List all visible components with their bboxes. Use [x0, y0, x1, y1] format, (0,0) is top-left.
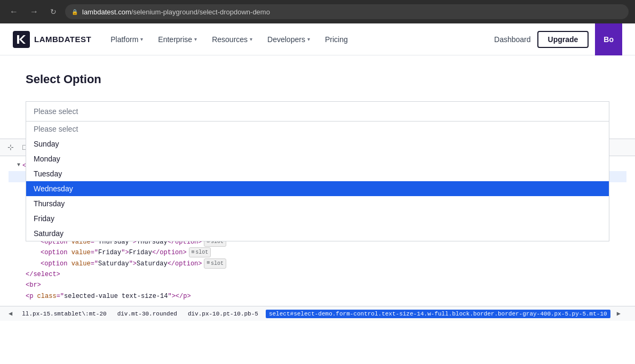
dropdown-option-thursday[interactable]: Thursday	[26, 196, 609, 211]
nav-enterprise[interactable]: Enterprise ▾	[152, 31, 203, 48]
address-text: lambdatest.com/selenium-playground/selec…	[82, 8, 270, 16]
main-content: Select Option Please select Please selec…	[0, 55, 635, 139]
browser-chrome: ← → ↻ 🔒 lambdatest.com/selenium-playgrou…	[0, 0, 635, 23]
slot-badge: ⊞ slot	[204, 258, 226, 269]
dashboard-link[interactable]: Dashboard	[494, 35, 531, 44]
status-breadcrumb-1[interactable]: ll.px-15.smtablet\:mt-20	[19, 310, 109, 318]
chevron-down-icon: ▾	[140, 36, 143, 42]
dropdown-option-wednesday[interactable]: Wednesday	[26, 181, 609, 196]
devtools-line-option-friday: <option value =" Friday " > Friday </opt…	[9, 247, 626, 258]
back-button[interactable]: ←	[6, 5, 21, 19]
devtools-line-p: <p class =" selected-value text-size-14 …	[9, 291, 626, 302]
devtools-line-option-saturday: <option value =" Saturday " > Saturday <…	[9, 258, 626, 269]
devtools-status-bar: ◀ ll.px-15.smtablet\:mt-20 div.mt-30.rou…	[0, 306, 635, 321]
navbar-menu: Platform ▾ Enterprise ▾ Resources ▾ Deve…	[104, 31, 494, 48]
reload-button[interactable]: ↻	[47, 5, 60, 18]
address-bar[interactable]: 🔒 lambdatest.com/selenium-playground/sel…	[65, 4, 629, 19]
dropdown-menu: Please select Sunday Monday Tuesday Wedn…	[26, 122, 609, 241]
select-wrapper: Please select Please select Sunday Monda…	[26, 101, 609, 122]
dropdown-option-monday[interactable]: Monday	[26, 151, 609, 166]
status-breadcrumb-2[interactable]: div.mt-30.rounded	[114, 310, 180, 318]
select-current-value: Please select	[34, 107, 78, 116]
slot-badge: ⊞ slot	[189, 247, 211, 257]
dropdown-option-placeholder[interactable]: Please select	[26, 122, 609, 136]
devtools-line-close-select: </select>	[9, 269, 626, 280]
dropdown-option-tuesday[interactable]: Tuesday	[26, 166, 609, 181]
book-button[interactable]: Bo	[595, 23, 622, 55]
status-nav-next[interactable]: ▶	[615, 309, 623, 319]
devtools-line-br: <br>	[9, 280, 626, 290]
status-breadcrumb-3[interactable]: div.px-10.pt-10.pb-5	[185, 310, 261, 318]
navbar-actions: Dashboard Upgrade Bo	[494, 23, 622, 55]
devtools-cursor-icon[interactable]: ⊹	[4, 141, 17, 154]
expand-div-icon[interactable]: ▼	[17, 160, 20, 169]
upgrade-button[interactable]: Upgrade	[537, 31, 589, 48]
select-display[interactable]: Please select	[26, 101, 609, 122]
logo-text: LAMBDATEST	[34, 35, 91, 44]
nav-platform[interactable]: Platform ▾	[104, 31, 149, 48]
chevron-down-icon: ▾	[307, 36, 310, 42]
nav-developers[interactable]: Developers ▾	[261, 31, 316, 48]
status-nav-prev[interactable]: ◀	[6, 309, 14, 319]
nav-pricing[interactable]: Pricing	[319, 31, 354, 48]
chevron-down-icon: ▾	[194, 36, 197, 42]
lock-icon: 🔒	[72, 9, 78, 15]
forward-button[interactable]: →	[27, 5, 42, 19]
page-title: Select Option	[26, 72, 609, 86]
status-breadcrumb-4[interactable]: select#select-demo.form-control.text-siz…	[266, 310, 610, 318]
dropdown-option-friday[interactable]: Friday	[26, 211, 609, 226]
nav-resources[interactable]: Resources ▾	[205, 31, 259, 48]
dropdown-option-sunday[interactable]: Sunday	[26, 136, 609, 151]
dropdown-option-saturday[interactable]: Saturday	[26, 226, 609, 241]
logo[interactable]: LAMBDATEST	[13, 31, 91, 48]
chevron-down-icon: ▾	[250, 36, 252, 42]
logo-icon	[13, 31, 30, 48]
navbar: LAMBDATEST Platform ▾ Enterprise ▾ Resou…	[0, 23, 635, 55]
